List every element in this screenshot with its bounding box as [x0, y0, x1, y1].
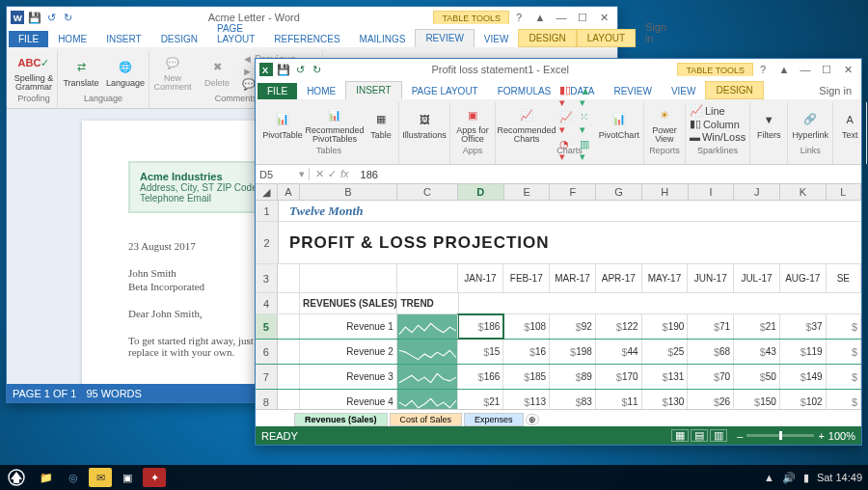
col-K[interactable]: K: [780, 184, 827, 200]
task-files[interactable]: 📁: [35, 468, 58, 487]
delete-comment-button[interactable]: ✖Delete: [198, 56, 236, 88]
grid[interactable]: 1 Twelve Month 2 PROFIT & LOSS PROJECTIO…: [256, 201, 861, 409]
save-icon[interactable]: 💾: [28, 11, 41, 24]
enter-icon[interactable]: ✓: [328, 168, 337, 180]
fx-icon[interactable]: fx: [340, 168, 349, 180]
excel-signin[interactable]: Sign in: [809, 82, 861, 99]
col-G[interactable]: G: [596, 184, 642, 200]
view-normal-icon[interactable]: ▦: [671, 429, 689, 442]
col-H[interactable]: H: [642, 184, 689, 200]
xtab-formulas[interactable]: FORMULAS: [488, 83, 561, 99]
powerview-button[interactable]: ☀Power View: [648, 103, 681, 144]
sheet-tab-cost[interactable]: Cost of Sales: [390, 413, 463, 426]
table-button[interactable]: ▦Table: [367, 108, 394, 140]
col-J[interactable]: J: [734, 184, 780, 200]
xtab-tt-design[interactable]: DESIGN: [705, 81, 763, 99]
tab-tt-design[interactable]: DESIGN: [518, 29, 576, 47]
rec-pivot-button[interactable]: 📊Recommended PivotTables: [308, 103, 362, 144]
redo-icon[interactable]: ↻: [310, 63, 323, 76]
save-icon[interactable]: 💾: [277, 63, 290, 76]
xtab-file[interactable]: FILE: [258, 83, 297, 99]
ribbon-collapse-icon[interactable]: ▲: [774, 62, 794, 77]
help-icon[interactable]: ?: [753, 62, 773, 77]
illustrations-button[interactable]: 🖼Illustrations: [403, 108, 446, 140]
battery-icon[interactable]: ▮: [803, 472, 809, 484]
task-app[interactable]: ✦: [143, 468, 166, 487]
col-D[interactable]: D: [458, 184, 504, 200]
tab-mailings[interactable]: MAILINGS: [350, 31, 416, 47]
word-signin[interactable]: Sign in: [636, 18, 676, 47]
spelling-button[interactable]: ABC✓ Spelling & Grammar: [14, 51, 53, 92]
minimize-icon[interactable]: —: [796, 62, 815, 77]
help-icon[interactable]: ?: [509, 10, 529, 25]
task-browser[interactable]: ◎: [62, 468, 85, 487]
tab-design[interactable]: DESIGN: [151, 31, 207, 47]
col-A[interactable]: A: [278, 184, 300, 200]
col-B[interactable]: B: [300, 184, 397, 200]
col-F[interactable]: F: [550, 184, 596, 200]
minimize-icon[interactable]: —: [552, 10, 571, 25]
cancel-icon[interactable]: ✕: [315, 168, 324, 180]
zoom-slider[interactable]: –+100%: [737, 430, 855, 442]
redo-icon[interactable]: ↻: [61, 11, 74, 24]
sheet-tab-expenses[interactable]: Expenses: [464, 413, 524, 426]
translate-button[interactable]: ⇄Translate: [62, 56, 100, 88]
new-sheet-button[interactable]: ⊕: [526, 414, 539, 425]
volume-icon[interactable]: 🔊: [782, 472, 796, 484]
col-C[interactable]: C: [397, 184, 458, 200]
language-button[interactable]: 🌐Language: [106, 56, 145, 88]
col-L[interactable]: L: [827, 184, 861, 200]
task-terminal[interactable]: ▣: [116, 468, 139, 487]
tab-references[interactable]: REFERENCES: [264, 31, 349, 47]
tab-pagelayout[interactable]: PAGE LAYOUT: [207, 20, 264, 47]
chart-bar-icon[interactable]: ▮▯ ▾: [559, 84, 574, 109]
xtab-insert[interactable]: INSERT: [345, 81, 402, 99]
tab-home[interactable]: HOME: [48, 31, 96, 47]
select-all-corner[interactable]: ◢: [256, 184, 278, 200]
xtab-view[interactable]: VIEW: [662, 83, 706, 99]
ribbon-collapse-icon[interactable]: ▲: [530, 10, 550, 25]
hyperlink-button[interactable]: 🔗Hyperlink: [792, 108, 828, 140]
start-button[interactable]: [6, 467, 27, 488]
spark-column-button[interactable]: ▮▯ Column: [690, 118, 746, 130]
tab-file[interactable]: FILE: [9, 31, 48, 47]
rec-charts-button[interactable]: 📈Recommended Charts: [500, 103, 554, 144]
close-icon[interactable]: ✕: [838, 62, 857, 77]
xtab-pagelayout[interactable]: PAGE LAYOUT: [402, 83, 488, 99]
word-count[interactable]: 95 WORDS: [86, 388, 141, 399]
chart-scatter-icon[interactable]: ⁙ ▾: [580, 111, 592, 136]
view-pagebreak-icon[interactable]: ▥: [710, 429, 727, 442]
page-count[interactable]: PAGE 1 OF 1: [13, 388, 76, 399]
network-icon[interactable]: ▲: [764, 472, 774, 483]
formula-input[interactable]: 186: [355, 169, 861, 180]
view-pagelayout-icon[interactable]: ▤: [691, 429, 708, 442]
maximize-icon[interactable]: ☐: [817, 62, 836, 77]
new-comment-button[interactable]: 💬New Comment: [153, 51, 192, 92]
col-I[interactable]: I: [689, 184, 735, 200]
pivottable-button[interactable]: 📊PivotTable: [263, 108, 302, 140]
task-mail[interactable]: ✉: [89, 468, 112, 487]
xtab-home[interactable]: HOME: [297, 83, 345, 99]
chart-line-icon[interactable]: 📈 ▾: [559, 111, 574, 136]
maximize-icon[interactable]: ☐: [573, 10, 592, 25]
sheet-tab-revenues[interactable]: Revenues (Sales): [294, 413, 388, 426]
excel-app-icon: X: [259, 63, 273, 76]
tab-tt-layout[interactable]: LAYOUT: [577, 29, 636, 47]
undo-icon[interactable]: ↺: [293, 63, 307, 76]
tab-review[interactable]: REVIEW: [415, 29, 474, 47]
pivotchart-button[interactable]: 📊PivotChart: [599, 108, 639, 140]
xtab-review[interactable]: REVIEW: [604, 83, 661, 99]
spark-winloss-button[interactable]: ▬ Win/Loss: [690, 131, 746, 143]
filters-button[interactable]: ▼Filters: [754, 108, 783, 140]
apps-button[interactable]: ▣Apps for Office: [454, 103, 491, 144]
close-icon[interactable]: ✕: [594, 10, 613, 25]
name-box[interactable]: D5▾: [256, 168, 310, 180]
col-E[interactable]: E: [504, 184, 551, 200]
tab-view[interactable]: VIEW: [475, 31, 519, 47]
clock[interactable]: Sat 14:49: [817, 472, 862, 483]
tab-insert[interactable]: INSERT: [96, 31, 151, 47]
chart-area-icon[interactable]: ▲ ▾: [580, 85, 592, 109]
text-button[interactable]: AText: [837, 108, 862, 140]
undo-icon[interactable]: ↺: [44, 11, 58, 24]
spark-line-button[interactable]: 📈 Line: [690, 104, 746, 117]
